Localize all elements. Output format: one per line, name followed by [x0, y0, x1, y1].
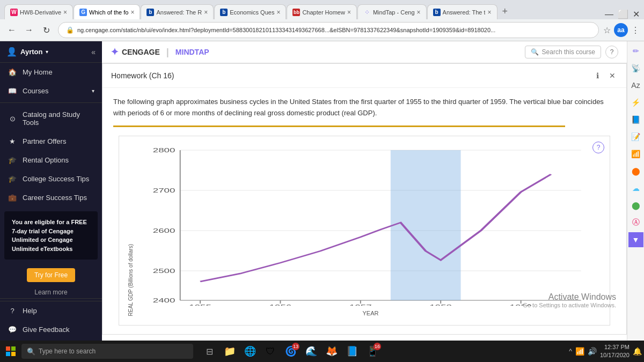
- notification-badge-13: 13: [292, 343, 299, 350]
- logo-divider: |: [166, 47, 169, 58]
- sidebar-item-my-home[interactable]: 🏠 My Home: [0, 63, 102, 82]
- svg-text:1958: 1958: [429, 304, 452, 305]
- sidebar-item-give-feedback[interactable]: 💬 Give Feedback: [0, 320, 102, 339]
- tab-close-4[interactable]: ×: [276, 9, 280, 16]
- taskbar-firefox[interactable]: 🦊: [322, 342, 341, 361]
- taskbar-badge-16[interactable]: 📱 16: [363, 342, 382, 361]
- svg-text:1955: 1955: [189, 304, 211, 305]
- forward-button[interactable]: →: [21, 23, 36, 38]
- user-dropdown-icon: ▾: [46, 49, 48, 55]
- sidebar-item-catalog[interactable]: ⊙ Catalog and Study Tools: [0, 105, 102, 132]
- right-wifi-icon[interactable]: 📶: [628, 146, 643, 161]
- gold-divider: [113, 125, 565, 127]
- sidebar-item-partner-offers[interactable]: ★ Partner Offers: [0, 132, 102, 151]
- learn-more-link[interactable]: Learn more: [0, 289, 102, 296]
- svg-rect-22: [6, 346, 10, 351]
- taskbar-chrome[interactable]: 🌐: [240, 342, 260, 361]
- tab-hw8[interactable]: W HW8-Derivative ×: [4, 4, 73, 19]
- minimize-btn[interactable]: —: [605, 10, 613, 19]
- search-placeholder-text: Search this course: [542, 48, 595, 56]
- right-bolt-icon[interactable]: ⚡: [628, 95, 643, 110]
- maximize-btn[interactable]: ⬜: [618, 9, 628, 19]
- help-circle-button[interactable]: ?: [605, 46, 618, 58]
- right-sidebar: ✏ 📡 Az ⚡ 📘 📝 📶 ⬤ ☁ ⬤ Ⓐ ▼: [627, 41, 644, 341]
- taskbar-edge[interactable]: 🌊: [302, 342, 321, 361]
- svg-text:1957: 1957: [349, 304, 372, 305]
- tab-chapter[interactable]: bb Chapter Homew ×: [287, 4, 357, 19]
- tab-economics[interactable]: b Economics Ques ×: [214, 4, 286, 19]
- search-box[interactable]: 🔍 Search this course: [525, 46, 601, 58]
- tab-label-4: Economics Ques: [230, 9, 274, 16]
- taskbar-notification-icon[interactable]: 🔔: [633, 347, 642, 356]
- new-tab-button[interactable]: +: [498, 6, 513, 17]
- tab-close-3[interactable]: ×: [204, 9, 208, 16]
- sidebar-label-help: Help: [23, 307, 37, 315]
- x-axis-label: YEAR: [140, 310, 601, 316]
- taskbar-shield[interactable]: 🛡: [261, 342, 280, 361]
- right-az-icon[interactable]: Az: [628, 78, 643, 93]
- sidebar-promo-box: You are eligible for a FREE 7-day trial …: [4, 211, 98, 260]
- sidebar-item-college-success[interactable]: 🎓 College Success Tips: [0, 169, 102, 188]
- sidebar-label-catalog: Catalog and Study Tools: [23, 110, 94, 127]
- taskbar-search-icon: 🔍: [27, 348, 35, 356]
- profile-button[interactable]: aa: [614, 23, 628, 37]
- taskbar-task-view[interactable]: ⊟: [200, 342, 219, 361]
- content-area: Homework (Ch 16) ℹ ✕ The following graph…: [102, 63, 627, 341]
- taskbar-folder[interactable]: 📁: [220, 342, 239, 361]
- svg-rect-23: [11, 346, 16, 351]
- tab-close-1[interactable]: ×: [63, 9, 67, 16]
- mindtap-text: MINDTAP: [175, 48, 209, 56]
- start-button[interactable]: [2, 343, 19, 360]
- sidebar-item-help[interactable]: ? Help: [0, 301, 102, 320]
- taskbar-word[interactable]: 📘: [342, 342, 362, 361]
- right-down-arrow-icon[interactable]: ▼: [628, 232, 643, 247]
- homework-actions: ℹ ✕: [592, 70, 618, 81]
- tab-close-7[interactable]: ×: [487, 9, 491, 16]
- sidebar-item-rental-options[interactable]: 🎓 Rental Options: [0, 151, 102, 169]
- taskbar-search-box[interactable]: 🔍 Type here to search: [21, 344, 193, 359]
- sidebar-item-courses[interactable]: 📖 Courses ▾: [0, 82, 102, 100]
- user-info[interactable]: 👤 Ayrton ▾: [6, 47, 48, 57]
- tab-favicon-2: G: [79, 9, 87, 16]
- taskbar-badge-13[interactable]: 🌀 13: [281, 342, 301, 361]
- right-rss-icon[interactable]: 📡: [628, 61, 643, 76]
- sidebar-item-career-success[interactable]: 💼 Career Success Tips: [0, 188, 102, 207]
- info-button[interactable]: ℹ: [592, 70, 603, 81]
- back-button[interactable]: ←: [4, 23, 19, 38]
- sidebar-label-college: College Success Tips: [23, 175, 89, 183]
- menu-icon[interactable]: ⋮: [631, 25, 640, 35]
- tab-close-5[interactable]: ×: [347, 9, 351, 16]
- right-pencil2-icon[interactable]: 📝: [628, 129, 643, 144]
- close-panel-button[interactable]: ✕: [607, 70, 618, 81]
- close-btn[interactable]: ✕: [633, 9, 640, 19]
- tab-favicon-5: bb: [292, 9, 300, 16]
- right-book-icon[interactable]: 📘: [628, 112, 643, 127]
- refresh-button[interactable]: ↻: [39, 23, 54, 38]
- sidebar-collapse-button[interactable]: «: [91, 48, 96, 56]
- right-circle-icon[interactable]: Ⓐ: [628, 215, 643, 230]
- taskbar-clock[interactable]: 12:37 PM 10/17/2020: [600, 343, 630, 360]
- taskbar-right: ^ 📶 🔊 12:37 PM 10/17/2020 🔔: [569, 343, 642, 360]
- taskbar-volume-icon[interactable]: 🔊: [588, 347, 597, 356]
- tab-which[interactable]: G Which of the fo ×: [74, 4, 140, 19]
- taskbar-network-icon[interactable]: 📶: [575, 347, 584, 356]
- tab-answered2[interactable]: b Answered: The t ×: [427, 4, 497, 19]
- right-edit-icon[interactable]: ✏: [628, 43, 643, 58]
- sidebar-header: 👤 Ayrton ▾ «: [0, 41, 102, 63]
- bookmark-icon[interactable]: ☆: [603, 25, 611, 35]
- url-text: ng.cengage.com/static/nb/ui/evo/index.ht…: [77, 27, 495, 33]
- url-bar[interactable]: 🔒 ng.cengage.com/static/nb/ui/evo/index.…: [58, 22, 599, 38]
- tab-close-6[interactable]: ×: [417, 9, 421, 16]
- tab-close-2[interactable]: ×: [130, 9, 134, 16]
- right-orange-icon[interactable]: ⬤: [628, 164, 643, 179]
- promo-text: You are eligible for a FREE 7-day trial …: [12, 219, 87, 252]
- svg-rect-25: [11, 352, 16, 356]
- tab-answered1[interactable]: b Answered: The R ×: [141, 4, 214, 19]
- tab-mindtap[interactable]: ⁘ MindTap - Ceng ×: [357, 4, 427, 19]
- right-green-icon[interactable]: ⬤: [628, 198, 643, 213]
- tab-label-5: Chapter Homew: [302, 9, 345, 16]
- right-cloud-icon[interactable]: ☁: [628, 181, 643, 196]
- try-for-free-button[interactable]: Try for Free: [27, 268, 75, 282]
- feedback-icon: 💬: [8, 326, 17, 334]
- taskbar-up-arrow-icon[interactable]: ^: [569, 348, 572, 355]
